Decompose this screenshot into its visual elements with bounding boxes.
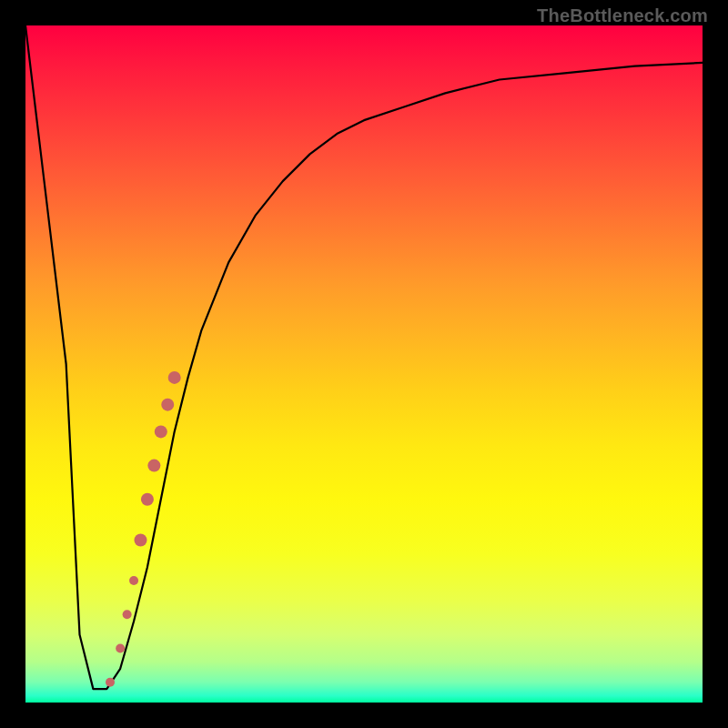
chart-frame: TheBottleneck.com	[0, 0, 728, 728]
data-marker	[134, 533, 147, 546]
data-marker	[123, 610, 132, 619]
data-marker	[129, 576, 138, 585]
data-marker	[147, 460, 160, 472]
curve-layer	[25, 25, 703, 703]
plot-area	[25, 25, 703, 703]
data-marker	[155, 425, 167, 438]
data-marker	[106, 678, 115, 687]
data-marker	[141, 493, 154, 506]
marker-group	[106, 371, 181, 687]
bottleneck-curve	[25, 25, 703, 689]
data-marker	[161, 399, 174, 411]
watermark-text: TheBottleneck.com	[537, 5, 708, 26]
data-marker	[116, 643, 125, 652]
data-marker	[168, 371, 181, 384]
